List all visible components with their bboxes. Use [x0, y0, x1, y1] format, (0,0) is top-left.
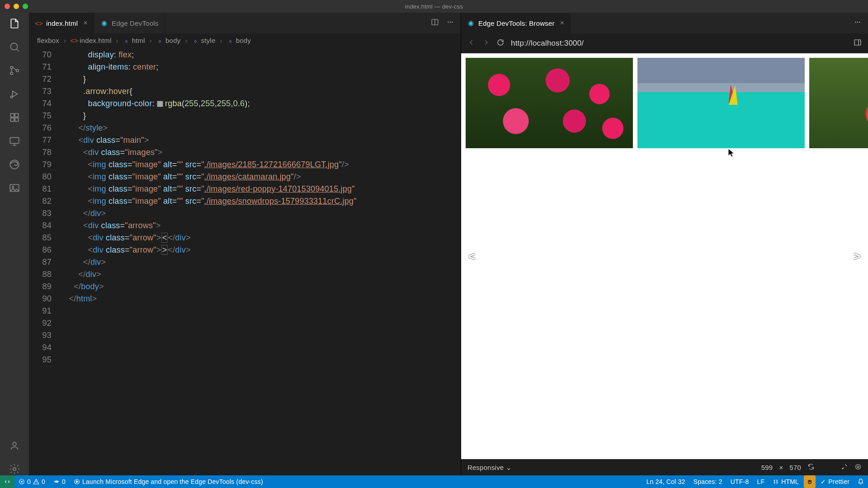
- breadcrumb-item[interactable]: <>index.html: [71, 37, 111, 44]
- forward-icon[interactable]: [482, 38, 490, 48]
- html-file-icon: <>: [71, 37, 78, 44]
- edge-tools-icon[interactable]: [8, 158, 21, 171]
- cursor-icon: [728, 148, 735, 157]
- editor-tabs: <> index.html × ◉ Edge DevTools: [29, 13, 461, 33]
- screenshot-icon[interactable]: [841, 463, 848, 472]
- preview-image: [637, 58, 805, 148]
- preview-image: [466, 58, 633, 148]
- rotate-icon[interactable]: [807, 463, 815, 472]
- tab-edge-devtools[interactable]: ◉ Edge DevTools: [94, 13, 165, 33]
- split-editor-icon[interactable]: [431, 18, 439, 28]
- titlebar: index.html — dev-css: [0, 0, 868, 13]
- tab-devtools-browser[interactable]: ◉ Edge DevTools: Browser ×: [461, 13, 571, 33]
- devtools-tabs: ◉ Edge DevTools: Browser ×: [461, 13, 868, 33]
- minimize-window[interactable]: [14, 4, 19, 9]
- close-icon[interactable]: ×: [83, 19, 88, 27]
- svg-point-2: [10, 72, 13, 75]
- prettier-status[interactable]: ✓ Prettier: [816, 475, 854, 488]
- svg-point-13: [13, 442, 16, 446]
- breadcrumb-item[interactable]: flexbox: [37, 37, 59, 44]
- extensions-icon[interactable]: [8, 111, 21, 124]
- run-debug-icon[interactable]: [8, 88, 21, 100]
- copilot-status[interactable]: [804, 475, 816, 488]
- source-control-icon[interactable]: [8, 64, 21, 77]
- ports-status[interactable]: 0: [49, 475, 70, 488]
- svg-rect-5: [10, 113, 14, 117]
- svg-point-18: [452, 22, 453, 23]
- times-icon: ×: [779, 464, 783, 471]
- dock-icon[interactable]: [854, 38, 862, 48]
- preview-image: [809, 58, 868, 148]
- svg-point-16: [448, 22, 448, 23]
- svg-point-24: [857, 466, 859, 468]
- code-editor[interactable]: 7071727374757677787980818283848586878889…: [29, 47, 461, 475]
- symbol-tag-icon: ⬨: [227, 37, 234, 44]
- breadcrumb-item[interactable]: ⬨style: [192, 37, 216, 44]
- more-actions-icon[interactable]: [854, 18, 862, 28]
- zoom-window[interactable]: [23, 4, 28, 9]
- eol-status[interactable]: LF: [753, 475, 769, 488]
- url-bar[interactable]: http://localhost:3000/: [511, 39, 847, 48]
- svg-point-20: [857, 22, 858, 23]
- symbol-tag-icon: ⬨: [192, 37, 199, 44]
- svg-point-3: [16, 69, 19, 71]
- svg-rect-22: [854, 40, 861, 45]
- devtools-actions: [847, 13, 868, 33]
- problems-status[interactable]: 0 0: [14, 475, 49, 488]
- encoding-status[interactable]: UTF-8: [726, 475, 753, 488]
- svg-point-23: [856, 465, 861, 469]
- svg-point-17: [450, 22, 451, 23]
- svg-point-29: [810, 480, 811, 482]
- image-preview-icon[interactable]: [8, 182, 21, 194]
- html-file-icon: <>: [35, 19, 42, 27]
- tab-index-html[interactable]: <> index.html ×: [29, 13, 94, 33]
- editor-actions: [425, 13, 461, 33]
- reload-icon[interactable]: [496, 38, 505, 48]
- carousel-prev-arrow[interactable]: <: [466, 245, 478, 267]
- browser-toolbar: http://localhost:3000/: [461, 33, 868, 53]
- viewport-width[interactable]: 599: [761, 464, 773, 471]
- edge-icon: ◉: [101, 19, 108, 27]
- notifications-icon[interactable]: [854, 475, 868, 488]
- tab-label: index.html: [46, 19, 78, 27]
- breadcrumb-item[interactable]: ⬨body: [227, 37, 251, 44]
- code-text[interactable]: display: flex; align-items: center; } .a…: [60, 47, 461, 475]
- devtools-panel: ◉ Edge DevTools: Browser × http://localh…: [461, 13, 868, 475]
- breadcrumb-item[interactable]: ⬨body: [156, 37, 180, 44]
- symbol-tag-icon: ⬨: [123, 37, 130, 44]
- chevron-down-icon: ⌄: [506, 464, 512, 471]
- svg-point-4: [10, 96, 12, 98]
- cursor-position[interactable]: Ln 24, Col 32: [642, 475, 689, 488]
- remote-indicator[interactable]: [0, 475, 14, 488]
- accounts-icon[interactable]: [8, 439, 21, 452]
- symbol-tag-icon: ⬨: [156, 37, 164, 44]
- edge-icon: ◉: [467, 19, 475, 27]
- svg-point-0: [10, 43, 17, 50]
- viewport-height[interactable]: 570: [789, 464, 801, 471]
- responsive-bar: Responsive ⌄ 599 × 570: [461, 459, 868, 475]
- responsive-mode[interactable]: Responsive ⌄: [467, 464, 512, 472]
- status-bar: 0 0 0 Launch Microsoft Edge and open the…: [0, 475, 868, 488]
- indentation-status[interactable]: Spaces: 2: [689, 475, 726, 488]
- carousel-next-arrow[interactable]: >: [851, 245, 863, 267]
- svg-point-12: [12, 186, 14, 188]
- language-mode[interactable]: HTML: [769, 475, 803, 488]
- svg-rect-7: [10, 118, 14, 122]
- back-icon[interactable]: [467, 38, 476, 48]
- browser-preview[interactable]: < >: [461, 53, 868, 459]
- breadcrumbs[interactable]: flexbox› <>index.html› ⬨html› ⬨body› ⬨st…: [29, 33, 461, 47]
- editor-group: <> index.html × ◉ Edge DevTools flexbox›…: [29, 13, 461, 475]
- tab-label: Edge DevTools: [112, 19, 159, 27]
- settings-gear-icon[interactable]: [8, 463, 21, 475]
- svg-point-14: [13, 468, 16, 471]
- svg-rect-6: [15, 113, 19, 117]
- explorer-icon[interactable]: [8, 17, 21, 30]
- more-actions-icon[interactable]: [446, 18, 454, 28]
- remote-explorer-icon[interactable]: [8, 135, 21, 147]
- search-icon[interactable]: [8, 41, 21, 53]
- breadcrumb-item[interactable]: ⬨html: [123, 37, 145, 44]
- emulation-settings-icon[interactable]: [854, 463, 862, 472]
- close-icon[interactable]: ×: [560, 19, 565, 27]
- launch-task[interactable]: Launch Microsoft Edge and open the Edge …: [70, 475, 267, 488]
- close-window[interactable]: [5, 4, 10, 9]
